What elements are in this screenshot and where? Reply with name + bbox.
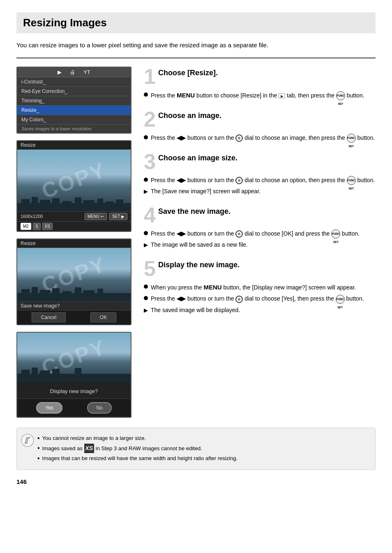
svg-rect-25: [75, 368, 81, 382]
step-3-body: Press the ◀▶ buttons or turn the dial to…: [144, 176, 376, 196]
step-4-body: Press the ◀▶ buttons or turn the dial to…: [144, 229, 376, 250]
no-button[interactable]: No: [87, 402, 111, 414]
resize1-size-bar: M2 S XS: [17, 221, 131, 231]
step-3-number: 3: [144, 153, 156, 172]
bullet-dot-2: [144, 135, 148, 139]
step-1: 1 Choose [Resize]. Press the MENU button…: [144, 67, 376, 102]
camera-screen-resize1: Resize COPY 160: [16, 140, 131, 232]
camera-screen-menu: ▶ 🖨 YT i-Contrast_ Red-Eye Correction_ T…: [16, 67, 131, 134]
save-buttons-row: Cancel OK: [17, 310, 131, 324]
yes-button[interactable]: Yes: [36, 402, 62, 414]
save-resize-label: Resize: [17, 239, 131, 248]
step-2: 2 Choose an image. Press the ◀▶ buttons …: [144, 109, 376, 144]
svg-rect-9: [106, 201, 114, 211]
step-3-bullet-1: Press the ◀▶ buttons or turn the dial to…: [144, 176, 376, 185]
svg-rect-22: [32, 368, 38, 382]
menu-item-resize: Resize_: [17, 106, 131, 115]
svg-rect-7: [83, 200, 95, 211]
cancel-button[interactable]: Cancel: [32, 312, 66, 322]
arrow-icon-4: ▶: [144, 241, 148, 250]
dial-icon-2: [235, 134, 243, 142]
func-set-btn-4: FUNCSET: [331, 229, 340, 238]
size-buttons-group: M2 S XS: [21, 223, 53, 230]
note-1: • You cannot resize an image to a larger…: [37, 434, 369, 443]
menu-item-mycolors: My Colors_: [17, 115, 131, 125]
step-4-title: Save the new image.: [158, 207, 231, 215]
step-5-title: Display the new image.: [158, 261, 240, 269]
main-content: ▶ 🖨 YT i-Contrast_ Red-Eye Correction_ T…: [16, 67, 376, 418]
svg-rect-14: [40, 290, 50, 301]
dial-icon-5: [235, 296, 243, 303]
save-city-svg: [17, 285, 131, 301]
step-4-bullet-text: Press the ◀▶ buttons or turn the dial to…: [151, 229, 360, 238]
func-set-btn-3: FUNCSET: [347, 176, 356, 185]
note-text-3: Images that can be resized will have the…: [42, 454, 238, 463]
step-1-header: 1 Choose [Resize].: [144, 68, 376, 87]
func-set-btn-5: FUNCSET: [336, 295, 345, 304]
bullet-dot-3: [144, 178, 148, 182]
display-image-area: COPY: [17, 333, 131, 382]
tab-settings: YT: [83, 69, 90, 75]
size-btn-xs: XS: [42, 223, 53, 230]
svg-rect-10: [116, 199, 123, 211]
step-5-body: When you press the MENU button, the [Dis…: [144, 282, 376, 315]
step-1-number: 1: [144, 68, 156, 87]
svg-rect-8: [97, 199, 103, 211]
camera-screen-save: Resize COPY Save new image? Cancel: [16, 238, 131, 325]
step-3-title: Choose an image size.: [158, 154, 238, 162]
menu-item-trimming: Trimming_: [17, 96, 131, 106]
func-set-btn-1: FUNCSET: [336, 91, 345, 100]
camera-screen-display: COPY Display new image? Yes No: [16, 332, 131, 418]
save-image-area: COPY: [17, 248, 131, 301]
svg-rect-15: [52, 288, 60, 301]
size-btn-m2: M2: [21, 223, 31, 230]
note-bullet-dot-1: •: [37, 435, 40, 442]
resize1-image: COPY: [17, 150, 131, 211]
menu-btn: MENU ↩: [85, 213, 107, 220]
step-4-number: 4: [144, 207, 156, 226]
step-3-arrow-text: The [Save new image?] screen will appear…: [151, 187, 261, 196]
step-2-title: Choose an image.: [158, 111, 221, 120]
step-5-bullet-1: When you press the MENU button, the [Dis…: [144, 282, 376, 292]
svg-rect-24: [52, 369, 60, 382]
step-2-number: 2: [144, 111, 156, 130]
step-4-bullet-1: Press the ◀▶ buttons or turn the dial to…: [144, 229, 376, 238]
city-silhouette-svg: [17, 195, 131, 211]
step-2-bullet-text: Press the ◀▶ buttons or turn the dial to…: [151, 133, 375, 143]
func-set-btn-2: FUNCSET: [347, 134, 356, 143]
tab-play: ▶: [58, 69, 62, 75]
step-3-arrow: ▶ The [Save new image?] screen will appe…: [144, 187, 376, 196]
svg-rect-21: [21, 370, 30, 382]
svg-rect-3: [40, 200, 50, 211]
ok-button[interactable]: OK: [90, 312, 116, 322]
bullet-dot-5b: [144, 296, 148, 300]
page-title: Resizing Images: [16, 12, 376, 33]
step-4: 4 Save the new image. Press the ◀▶ butto…: [144, 205, 376, 251]
right-steps-col: 1 Choose [Resize]. Press the MENU button…: [144, 67, 376, 418]
dial-icon-4: [235, 230, 243, 238]
step-2-bullet-1: Press the ◀▶ buttons or turn the dial to…: [144, 133, 376, 143]
display-city-svg: [17, 366, 131, 382]
step-3-header: 3 Choose an image size.: [144, 153, 376, 172]
resize1-bottom-bar: 1600x1200 MENU ↩ SET ▶: [17, 211, 131, 221]
step-1-body: Press the MENU button to choose [Resize]…: [144, 90, 376, 100]
step-5-arrow-text: The saved image will be displayed.: [151, 305, 240, 315]
svg-rect-23: [40, 370, 50, 382]
svg-rect-13: [32, 287, 38, 301]
play-tab-icon: ▶: [279, 93, 285, 98]
svg-rect-18: [83, 290, 95, 301]
step-3-content: 3 Choose an image size. Press the ◀▶ but…: [144, 152, 376, 198]
display-text: Display new image?: [17, 382, 131, 398]
note-box: • You cannot resize an image to a larger…: [16, 428, 376, 470]
note-3: • Images that can be resized will have t…: [37, 454, 369, 463]
step-1-bullet-text: Press the MENU button to choose [Resize]…: [151, 90, 364, 100]
resize1-icon-btns: MENU ↩ SET ▶: [85, 213, 127, 220]
tab-print: 🖨: [70, 69, 75, 75]
svg-rect-12: [21, 289, 30, 301]
xs-badge: XS: [84, 444, 95, 454]
arrow-icon-5: ▶: [144, 306, 148, 315]
menu-item-icontrast: i-Contrast_: [17, 77, 131, 87]
note-text-2: Images saved as XS in Step 3 and RAW ima…: [42, 444, 202, 454]
step-2-content: 2 Choose an image. Press the ◀▶ buttons …: [144, 109, 376, 144]
step-5-bullet-text-2: Press the ◀▶ buttons or turn the dial to…: [151, 294, 364, 303]
